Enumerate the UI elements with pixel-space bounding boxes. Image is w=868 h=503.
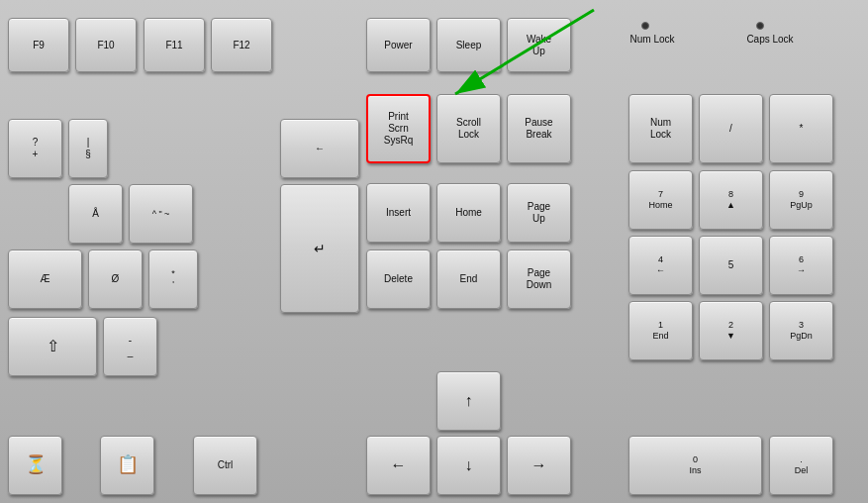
key-page-up[interactable]: Page Up xyxy=(507,183,571,243)
key-numpad-3[interactable]: 3 PgDn xyxy=(769,301,833,360)
key-o-slash[interactable]: Ø xyxy=(88,250,143,309)
key-insert[interactable]: Insert xyxy=(366,183,431,243)
key-f12[interactable]: F12 xyxy=(211,18,272,72)
key-arrow-left[interactable]: ← xyxy=(366,436,431,495)
key-arrow-up[interactable]: ↑ xyxy=(436,371,501,431)
key-numpad-8[interactable]: 8 ▲ xyxy=(699,170,763,230)
key-doc[interactable]: 📋 xyxy=(100,436,154,495)
key-arrow-down[interactable]: ↓ xyxy=(436,436,501,495)
key-enter-l[interactable]: ↵ xyxy=(280,184,359,313)
key-print-scrn[interactable]: Print Scrn SysRq xyxy=(366,94,431,163)
key-numpad-0[interactable]: 0 Ins xyxy=(628,436,762,495)
keyboard: F9 F10 F11 F12 Power Sleep Wake Up Num L… xyxy=(0,0,868,503)
key-shift-left[interactable]: ⇧ xyxy=(8,317,97,376)
key-end[interactable]: End xyxy=(436,250,501,309)
key-f10[interactable]: F10 xyxy=(75,18,137,72)
key-numpad-star[interactable]: * xyxy=(769,94,833,163)
caps-lock-label: Caps Lock xyxy=(740,34,800,45)
key-pipe[interactable]: | § xyxy=(68,119,108,178)
key-minus[interactable]: - _ xyxy=(103,317,157,376)
key-star[interactable]: * ' xyxy=(148,250,198,309)
key-numpad-9[interactable]: 9 PgUp xyxy=(769,170,833,230)
key-wake-up[interactable]: Wake Up xyxy=(507,18,571,72)
key-delete[interactable]: Delete xyxy=(366,250,431,309)
key-numpad-6[interactable]: 6 → xyxy=(769,236,833,295)
key-numpad-7[interactable]: 7 Home xyxy=(628,170,693,230)
key-backspace[interactable]: ← xyxy=(280,119,359,178)
caps-lock-led xyxy=(756,22,764,30)
key-numpad-2[interactable]: 2 ▼ xyxy=(699,301,763,360)
key-hourglass[interactable]: ⏳ xyxy=(8,436,62,495)
key-numpad-slash[interactable]: / xyxy=(699,94,763,163)
key-numpad-5[interactable]: 5 xyxy=(699,236,763,295)
key-ae[interactable]: Æ xyxy=(8,250,82,309)
key-home[interactable]: Home xyxy=(436,183,501,243)
key-num-lock[interactable]: Num Lock xyxy=(628,94,693,163)
key-scroll-lock[interactable]: Scroll Lock xyxy=(436,94,501,163)
key-question[interactable]: ? + xyxy=(8,119,62,178)
key-arrow-right[interactable]: → xyxy=(507,436,571,495)
key-a-ring[interactable]: Å xyxy=(68,184,123,244)
key-f9[interactable]: F9 xyxy=(8,18,69,72)
key-pause-break[interactable]: Pause Break xyxy=(507,94,571,163)
key-power[interactable]: Power xyxy=(366,18,431,72)
key-page-down[interactable]: Page Down xyxy=(507,250,571,309)
key-numpad-4[interactable]: 4 ← xyxy=(628,236,693,295)
key-sleep[interactable]: Sleep xyxy=(436,18,501,72)
num-lock-led xyxy=(641,22,649,30)
key-numpad-dot[interactable]: . Del xyxy=(769,436,833,495)
num-lock-label: Num Lock xyxy=(627,34,677,45)
key-numpad-1[interactable]: 1 End xyxy=(628,301,693,360)
key-f11[interactable]: F11 xyxy=(144,18,205,72)
key-ctrl[interactable]: Ctrl xyxy=(193,436,257,495)
key-caret[interactable]: ^ " ~ xyxy=(129,184,193,244)
